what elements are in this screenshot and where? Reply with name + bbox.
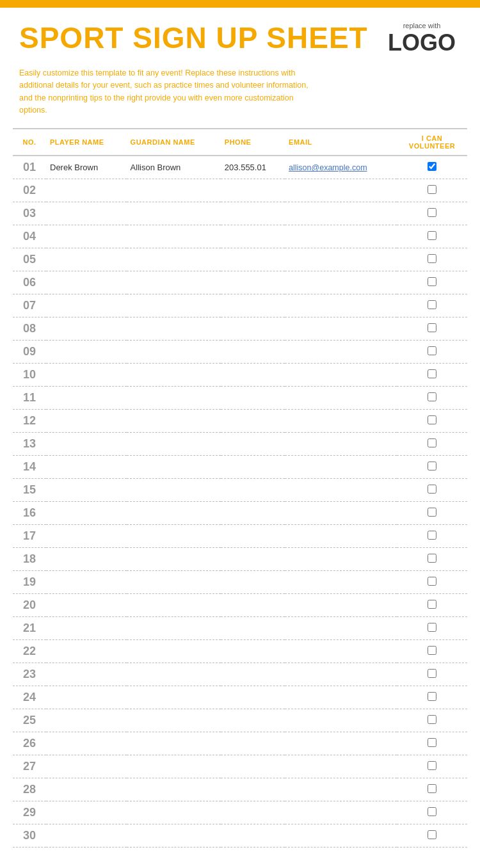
cell-email[interactable]	[285, 341, 397, 364]
cell-guardian-name[interactable]	[127, 732, 221, 755]
cell-player-name[interactable]	[46, 479, 127, 502]
cell-player-name[interactable]	[46, 755, 127, 778]
cell-email[interactable]	[285, 571, 397, 594]
cell-email[interactable]	[285, 686, 397, 709]
cell-player-name[interactable]	[46, 640, 127, 663]
volunteer-checkbox[interactable]	[428, 162, 436, 171]
cell-phone[interactable]	[221, 271, 285, 294]
cell-guardian-name[interactable]	[127, 248, 221, 271]
volunteer-checkbox[interactable]	[428, 462, 436, 470]
cell-email[interactable]	[285, 479, 397, 502]
cell-email[interactable]	[285, 801, 397, 824]
cell-guardian-name[interactable]	[127, 778, 221, 801]
cell-phone[interactable]	[221, 387, 285, 410]
cell-player-name[interactable]	[46, 709, 127, 732]
cell-player-name[interactable]	[46, 778, 127, 801]
cell-email[interactable]	[285, 778, 397, 801]
cell-player-name[interactable]	[46, 387, 127, 410]
cell-player-name[interactable]	[46, 410, 127, 433]
cell-email[interactable]	[285, 548, 397, 571]
cell-guardian-name[interactable]	[127, 271, 221, 294]
cell-player-name[interactable]	[46, 433, 127, 456]
volunteer-checkbox[interactable]	[428, 508, 436, 517]
cell-phone[interactable]	[221, 709, 285, 732]
cell-email[interactable]	[285, 755, 397, 778]
cell-phone[interactable]	[221, 202, 285, 225]
cell-guardian-name[interactable]	[127, 179, 221, 202]
cell-player-name[interactable]	[46, 732, 127, 755]
cell-email[interactable]	[285, 225, 397, 248]
cell-volunteer[interactable]	[397, 686, 467, 709]
cell-volunteer[interactable]	[397, 387, 467, 410]
cell-phone[interactable]	[221, 294, 285, 317]
volunteer-checkbox[interactable]	[428, 185, 436, 194]
cell-volunteer[interactable]	[397, 456, 467, 479]
cell-guardian-name[interactable]	[127, 617, 221, 640]
cell-volunteer[interactable]	[397, 548, 467, 571]
cell-volunteer[interactable]	[397, 225, 467, 248]
cell-email[interactable]	[285, 594, 397, 617]
cell-phone[interactable]	[221, 248, 285, 271]
cell-guardian-name[interactable]	[127, 548, 221, 571]
cell-phone[interactable]	[221, 179, 285, 202]
cell-player-name[interactable]	[46, 179, 127, 202]
volunteer-checkbox[interactable]	[428, 231, 436, 240]
volunteer-checkbox[interactable]	[428, 830, 436, 839]
cell-phone[interactable]	[221, 456, 285, 479]
cell-player-name[interactable]	[46, 594, 127, 617]
cell-phone[interactable]	[221, 548, 285, 571]
cell-player-name[interactable]	[46, 456, 127, 479]
volunteer-checkbox[interactable]	[428, 807, 436, 816]
cell-volunteer[interactable]	[397, 410, 467, 433]
cell-volunteer[interactable]	[397, 571, 467, 594]
cell-guardian-name[interactable]	[127, 801, 221, 824]
cell-guardian-name[interactable]	[127, 410, 221, 433]
cell-volunteer[interactable]	[397, 364, 467, 387]
cell-email[interactable]	[285, 617, 397, 640]
cell-email[interactable]	[285, 709, 397, 732]
cell-email[interactable]	[285, 271, 397, 294]
cell-email[interactable]	[285, 640, 397, 663]
volunteer-checkbox[interactable]	[428, 485, 436, 494]
volunteer-checkbox[interactable]	[428, 669, 436, 678]
cell-phone[interactable]	[221, 778, 285, 801]
cell-phone[interactable]	[221, 571, 285, 594]
cell-player-name[interactable]: Derek Brown	[46, 156, 127, 179]
cell-player-name[interactable]	[46, 225, 127, 248]
cell-volunteer[interactable]	[397, 202, 467, 225]
cell-volunteer[interactable]	[397, 525, 467, 548]
cell-guardian-name[interactable]	[127, 525, 221, 548]
volunteer-checkbox[interactable]	[428, 369, 436, 378]
volunteer-checkbox[interactable]	[428, 438, 436, 447]
cell-phone[interactable]	[221, 364, 285, 387]
cell-email[interactable]	[285, 364, 397, 387]
cell-guardian-name[interactable]	[127, 294, 221, 317]
cell-volunteer[interactable]	[397, 317, 467, 341]
cell-email[interactable]	[285, 502, 397, 525]
cell-player-name[interactable]	[46, 824, 127, 848]
volunteer-checkbox[interactable]	[428, 577, 436, 586]
cell-volunteer[interactable]	[397, 778, 467, 801]
cell-phone[interactable]	[221, 755, 285, 778]
cell-volunteer[interactable]	[397, 433, 467, 456]
cell-email[interactable]	[285, 433, 397, 456]
cell-volunteer[interactable]	[397, 663, 467, 686]
cell-guardian-name[interactable]	[127, 202, 221, 225]
cell-guardian-name[interactable]	[127, 479, 221, 502]
cell-email[interactable]	[285, 294, 397, 317]
cell-guardian-name[interactable]	[127, 663, 221, 686]
volunteer-checkbox[interactable]	[428, 715, 436, 724]
volunteer-checkbox[interactable]	[428, 300, 436, 309]
cell-volunteer[interactable]	[397, 755, 467, 778]
volunteer-checkbox[interactable]	[428, 623, 436, 632]
volunteer-checkbox[interactable]	[428, 254, 436, 263]
cell-guardian-name[interactable]	[127, 341, 221, 364]
cell-volunteer[interactable]	[397, 617, 467, 640]
cell-volunteer[interactable]	[397, 156, 467, 179]
cell-volunteer[interactable]	[397, 248, 467, 271]
cell-email[interactable]	[285, 317, 397, 341]
cell-guardian-name[interactable]	[127, 317, 221, 341]
cell-guardian-name[interactable]: Allison Brown	[127, 156, 221, 179]
volunteer-checkbox[interactable]	[428, 208, 436, 217]
volunteer-checkbox[interactable]	[428, 415, 436, 424]
